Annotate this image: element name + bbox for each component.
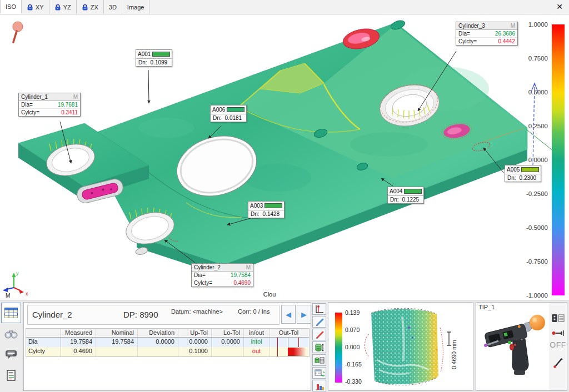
tolerance-bar <box>264 203 282 208</box>
histogram-button[interactable] <box>312 380 326 391</box>
cylinder-arrows-icon <box>315 343 325 352</box>
tab-zx[interactable]: ZX <box>77 0 104 14</box>
lock-icon <box>27 4 33 11</box>
inout-status: out <box>244 347 269 356</box>
tab-3d[interactable]: 3D <box>104 0 122 14</box>
out-tol-graph <box>269 338 308 347</box>
bar-chart-icon <box>315 381 325 390</box>
close-icon[interactable]: ✕ <box>555 2 565 12</box>
callout-cylinder-1[interactable]: Cylinder_1M Dia=19.7681 Cylcty=0.3411 <box>18 93 81 117</box>
deviation-color-scale[interactable] <box>552 24 565 295</box>
results-dock: Cylinder_2 DP: 8990 Datum: <machine> Cor… <box>0 300 569 392</box>
scale-tick: 0.0000 <box>511 157 548 163</box>
plot-tool-strip <box>312 302 327 391</box>
pencil-red-icon <box>315 330 325 339</box>
tab-label: XY <box>36 4 44 11</box>
comment-button[interactable] <box>1 344 21 365</box>
probe-status: OFF <box>549 340 567 349</box>
tab-label: Image <box>127 4 144 11</box>
cylinder-table-button[interactable] <box>312 354 326 366</box>
callout-cylinder-3[interactable]: Cylinder_3M Dia=26.3686 Cylcty=0.4442 <box>456 22 518 46</box>
callout-cylinder-2[interactable]: Cylinder_2M Dia=19.7584 Cylcty=0.4690 <box>191 263 253 287</box>
table-row-dia[interactable]: Dia 19.7584 19.7584 0.0000 0.0000 0.0000… <box>26 338 309 347</box>
scanner-settings-icon[interactable] <box>552 314 565 323</box>
feature-deviation-panel: 0.139 0.070 0.000 -0.165 -0.330 <box>328 302 473 391</box>
tab-label: 3D <box>109 4 117 11</box>
probe-tip-icon[interactable] <box>552 329 565 337</box>
scale-tick: -0.7500 <box>511 258 548 265</box>
axis-y-label: y <box>16 270 19 276</box>
measurement-results-panel: Cylinder_2 DP: 8990 Datum: <machine> Cor… <box>23 302 311 391</box>
axis-x-label: x <box>26 291 28 296</box>
comment-icon <box>5 350 17 359</box>
axis-triad: y x M <box>3 270 28 299</box>
application-window: { "window": { "close_glyph": "✕" }, "col… <box>0 0 569 392</box>
callout-title: Cylinder_2 <box>194 264 221 270</box>
draw-blue-button[interactable] <box>312 316 326 328</box>
out-tol-graph <box>269 347 308 356</box>
scale-tick: 0.7500 <box>511 55 548 62</box>
scanner-image <box>478 310 551 390</box>
dock-sidebar <box>0 300 22 392</box>
report-doc-button[interactable] <box>1 365 21 385</box>
tolerance-bar <box>227 107 244 112</box>
datapoint-count: DP: 8990 <box>123 310 158 319</box>
callout-a006[interactable]: A006 Dn:0.0181 <box>210 105 247 122</box>
find-button[interactable] <box>1 324 21 344</box>
tab-label: ZX <box>91 4 98 11</box>
tab-iso[interactable]: ISO <box>0 0 22 14</box>
plot-axes-button[interactable] <box>312 303 326 315</box>
table-refresh-icon <box>315 369 325 378</box>
cylinder-table-icon <box>315 356 325 365</box>
feature-color-scale[interactable] <box>335 313 342 383</box>
callout-title: Cylinder_1 <box>21 94 48 100</box>
lock-icon <box>54 4 61 11</box>
draw-red-button[interactable] <box>312 329 326 340</box>
cylindricity-dimension-label: 0.4690 mm <box>451 327 458 383</box>
view-tab-bar: ISO XY YZ ZX 3D Image ✕ <box>0 0 569 14</box>
table-icon <box>4 308 18 318</box>
scale-tick: 0.5000 <box>511 89 548 96</box>
part-surface <box>18 23 527 276</box>
scale-tick: -1.0000 <box>511 292 548 299</box>
datum-label: Datum: <machine> <box>171 308 223 315</box>
callout-a005[interactable]: A005 Dn:0.2300 <box>505 165 541 182</box>
plot-axes-icon <box>315 305 325 314</box>
tolerance-table: Measured Nominal Deviation Up-Tol Lo-Tol… <box>26 328 310 357</box>
tip-name: TIP_1 <box>478 304 495 310</box>
report-table-button[interactable] <box>1 303 21 323</box>
feature-header: Cylinder_2 DP: 8990 Datum: <machine> Cor… <box>27 305 279 325</box>
cylinder-pointcloud[interactable] <box>359 305 448 389</box>
tab-image[interactable]: Image <box>122 0 150 14</box>
tolerance-bar <box>152 52 170 57</box>
callout-a003[interactable]: A003 Dn:0.1428 <box>248 201 284 218</box>
stylus-icon[interactable] <box>553 357 563 369</box>
callout-a004[interactable]: A004 Dn:0.1225 <box>387 187 424 204</box>
tolerance-bar <box>404 189 422 194</box>
part-name-label: Clou <box>239 291 300 298</box>
previous-feature-button[interactable]: ◀ <box>281 305 296 324</box>
part-3d-model: y x M <box>0 14 569 300</box>
tab-yz[interactable]: YZ <box>49 0 77 14</box>
table-refresh-button[interactable] <box>312 367 326 379</box>
probe-tip-panel: TIP_1 <box>476 302 567 391</box>
callout-a001[interactable]: A001 Dn:0.1099 <box>136 49 172 67</box>
scale-tick: -0.2500 <box>511 190 548 197</box>
viewport-3d[interactable]: y x M 1.0000 0.7500 0.5000 0.2500 0.0000… <box>0 14 569 300</box>
scale-tick: -0.5000 <box>511 224 548 231</box>
triad-origin-label: M <box>6 293 10 299</box>
tolerance-bar <box>521 167 539 172</box>
feature-name: Cylinder_2 <box>32 310 72 319</box>
tab-label: ISO <box>6 3 16 10</box>
callout-flag: M <box>246 264 251 270</box>
report-icon <box>6 370 17 381</box>
cylinder-fit-button[interactable] <box>312 341 326 353</box>
tab-label: YZ <box>63 4 71 11</box>
inout-status: intol <box>244 338 269 347</box>
tip-icon-column: OFF <box>549 303 567 390</box>
next-feature-button[interactable]: ▶ <box>297 305 311 324</box>
callout-title: Cylinder_3 <box>458 23 485 29</box>
table-row-cylcty[interactable]: Cylcty 0.4690 0.1000 out <box>26 347 309 356</box>
tab-xy[interactable]: XY <box>22 0 49 14</box>
scale-tick: 0.2500 <box>511 123 548 129</box>
